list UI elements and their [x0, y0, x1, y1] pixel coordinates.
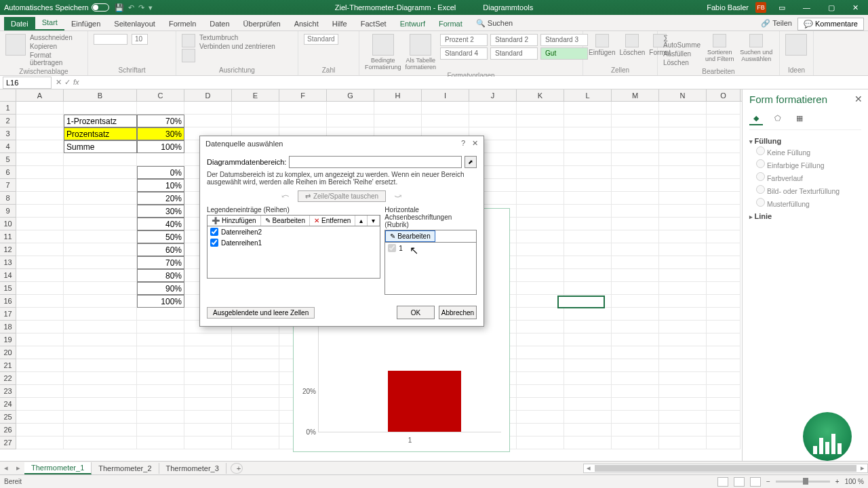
cell[interactable]	[16, 424, 64, 436]
pane-close-icon[interactable]: ✕	[854, 94, 863, 104]
cell[interactable]	[659, 282, 707, 295]
edit-series-button[interactable]: ✎ Bearbeiten	[261, 216, 310, 226]
cell[interactable]	[469, 102, 517, 115]
cell[interactable]	[517, 398, 564, 411]
cell[interactable]	[137, 372, 184, 385]
swap-rowcol-button[interactable]: ⇄ Zeile/Spalte tauschen	[298, 190, 386, 202]
cell[interactable]	[707, 256, 741, 269]
cell[interactable]	[16, 127, 64, 140]
fill-button[interactable]: Ausfüllen	[663, 50, 701, 58]
cell[interactable]	[16, 179, 64, 192]
row-header[interactable]: 23	[0, 385, 16, 398]
tab-view[interactable]: Ansicht	[288, 17, 326, 30]
tab-help[interactable]: Hilfe	[326, 17, 354, 30]
cond-format-icon[interactable]	[372, 34, 394, 56]
cell[interactable]	[137, 102, 184, 115]
ok-button[interactable]: OK	[397, 306, 435, 319]
cell[interactable]: 20%	[137, 192, 184, 205]
style-standard2[interactable]: Standard 2	[490, 34, 538, 46]
cell[interactable]	[659, 127, 707, 140]
cell[interactable]	[612, 359, 659, 372]
cell[interactable]	[16, 115, 64, 127]
cell[interactable]	[232, 398, 279, 411]
cell[interactable]: 50%	[137, 230, 184, 243]
cell[interactable]	[659, 205, 707, 218]
cell[interactable]	[16, 102, 64, 115]
cell[interactable]	[64, 359, 137, 372]
cell[interactable]	[64, 192, 137, 205]
row-header[interactable]: 8	[0, 192, 16, 205]
cell[interactable]	[564, 243, 612, 256]
font-combo[interactable]	[94, 34, 127, 45]
dialog-help-icon[interactable]: ?	[461, 139, 465, 148]
cell[interactable]	[517, 127, 564, 140]
cell[interactable]	[184, 372, 232, 385]
zoom-in-icon[interactable]: +	[835, 478, 840, 485]
cell[interactable]	[232, 346, 279, 359]
chart-bar[interactable]	[388, 371, 461, 432]
cell[interactable]	[564, 127, 612, 140]
series-listbox[interactable]: Datenreihen2 Datenreihen1	[207, 226, 380, 279]
copy-button[interactable]: Kopieren	[30, 43, 82, 50]
cell[interactable]	[16, 166, 64, 179]
cell[interactable]	[184, 359, 232, 372]
row-header[interactable]: 10	[0, 218, 16, 230]
cell[interactable]	[612, 140, 659, 153]
col-header[interactable]: K	[517, 89, 564, 101]
fill-gradient[interactable]: Farbverlauf	[749, 171, 861, 184]
search-box[interactable]: 🔍 Suchen	[469, 16, 519, 30]
col-header[interactable]: B	[64, 89, 137, 101]
cell[interactable]	[374, 115, 422, 127]
cell[interactable]	[232, 385, 279, 398]
cell[interactable]	[707, 333, 741, 346]
cell[interactable]	[659, 411, 707, 424]
cell[interactable]	[517, 230, 564, 243]
cell[interactable]	[659, 269, 707, 282]
line-accordion[interactable]: Linie	[749, 212, 861, 220]
cell[interactable]: 100%	[137, 140, 184, 153]
cell[interactable]	[612, 192, 659, 205]
cell[interactable]	[16, 218, 64, 230]
cell[interactable]	[232, 372, 279, 385]
cell[interactable]	[184, 436, 232, 449]
cell[interactable]	[279, 115, 327, 127]
cell[interactable]	[16, 205, 64, 218]
cell[interactable]	[517, 140, 564, 153]
cell[interactable]: 1-Prozentsatz	[64, 115, 137, 127]
avatar[interactable]: FB	[755, 2, 766, 13]
close-icon[interactable]: ✕	[847, 3, 864, 12]
cell[interactable]	[517, 333, 564, 346]
cell[interactable]	[659, 230, 707, 243]
cell[interactable]	[517, 321, 564, 333]
add-series-button[interactable]: ➕ Hinzufügen	[208, 216, 261, 226]
cell[interactable]	[517, 372, 564, 385]
cell[interactable]	[564, 398, 612, 411]
cell[interactable]	[137, 333, 184, 346]
cell[interactable]	[612, 295, 659, 308]
fill-none[interactable]: Keine Füllung	[749, 145, 861, 158]
cell[interactable]	[659, 243, 707, 256]
cell[interactable]	[137, 359, 184, 372]
cell[interactable]	[64, 269, 137, 282]
tab-design[interactable]: Entwurf	[393, 17, 432, 30]
cell[interactable]	[64, 256, 137, 269]
cell[interactable]	[137, 398, 184, 411]
sheet-tab-2[interactable]: Thermometer_2	[92, 463, 159, 474]
cell[interactable]	[564, 424, 612, 436]
cell[interactable]	[659, 321, 707, 333]
cell[interactable]	[232, 333, 279, 346]
cell[interactable]	[517, 115, 564, 127]
cell[interactable]	[659, 153, 707, 166]
tab-file[interactable]: Datei	[4, 17, 35, 30]
autosum-button[interactable]: ∑ AutoSumme	[663, 34, 701, 49]
col-header[interactable]: O	[707, 89, 741, 101]
zoom-slider[interactable]	[776, 481, 830, 483]
cell[interactable]	[707, 359, 741, 372]
cell[interactable]	[564, 308, 612, 321]
cell[interactable]	[612, 411, 659, 424]
cell[interactable]	[564, 102, 612, 115]
style-standard[interactable]: Standard	[490, 47, 538, 60]
cell[interactable]	[64, 179, 137, 192]
col-header[interactable]: C	[137, 89, 184, 101]
effects-tab-icon[interactable]: ⬠	[771, 112, 785, 125]
